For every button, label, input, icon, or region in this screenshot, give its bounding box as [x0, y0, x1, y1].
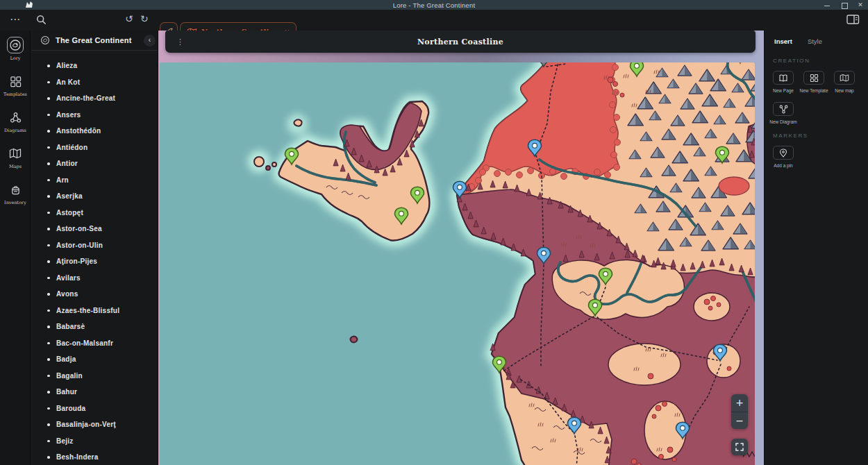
list-item[interactable]: Bagalin [31, 369, 158, 386]
rail-label: Diagrams [4, 128, 26, 133]
rail-item-lory[interactable]: Lory [0, 31, 31, 67]
window-title: Lore - The Great Continent [393, 1, 476, 9]
world-icon [40, 35, 50, 45]
list-item[interactable]: Astopęt [31, 206, 158, 223]
inventory-icon [7, 181, 24, 198]
lory-icon [7, 37, 24, 53]
zoom-out-button[interactable]: − [731, 412, 748, 430]
continent-title: The Great Continent [56, 36, 132, 44]
list-item[interactable]: Barouda [31, 402, 158, 418]
template-grid-icon [803, 71, 824, 85]
list-item[interactable]: Anstothédōn [31, 124, 158, 141]
list-item[interactable]: Avilars [31, 271, 158, 288]
new-map-button[interactable]: New map [834, 71, 855, 93]
zoom-in-button[interactable]: + [731, 394, 748, 412]
tab-style[interactable]: Style [808, 37, 822, 49]
list-item[interactable]: Azaes-the-Blissful [31, 304, 158, 321]
fullscreen-icon [735, 443, 744, 451]
new-diagram-button[interactable]: New Diagram [773, 102, 794, 124]
redo-icon[interactable]: ↻ [140, 13, 149, 24]
list-item[interactable]: Ansers [31, 108, 158, 125]
map-page: ⋮ Northern Coastline + − [158, 31, 764, 465]
map-header: ⋮ Northern Coastline [165, 31, 756, 53]
rail-item-inventory[interactable]: Inventory [0, 175, 31, 211]
rail-label: Lory [10, 56, 20, 61]
list-item[interactable]: Astor-on-Sea [31, 222, 158, 239]
list-item[interactable]: Avons [31, 287, 158, 304]
map-menu-icon[interactable]: ⋮ [176, 35, 186, 48]
list-item[interactable]: Alieza [31, 59, 158, 76]
maps-icon [7, 145, 24, 162]
list-item[interactable]: An Kot [31, 76, 158, 92]
toolbar: ⋯ ↺ ↻ Northern Coastline ✕ [0, 10, 868, 31]
undo-icon[interactable]: ↺ [125, 13, 133, 24]
close-button[interactable]: ✕ [857, 1, 864, 8]
right-panel-toggle-icon[interactable] [846, 14, 860, 25]
collapse-panel-button[interactable]: ‹ [144, 35, 156, 46]
rail-label: Inventory [4, 200, 26, 205]
list-item[interactable]: Badja [31, 353, 158, 369]
rail-label: Maps [9, 164, 22, 169]
add-pin-button[interactable]: Add a pin [773, 146, 794, 168]
map-title: Northern Coastline [417, 37, 503, 46]
maximize-button[interactable] [840, 1, 847, 8]
new-page-button[interactable]: New Page [773, 71, 794, 93]
section-markers: MARKERS [773, 133, 860, 139]
app-logo-icon [25, 1, 33, 9]
rail-item-templates[interactable]: Templates [0, 67, 31, 103]
list-item[interactable]: Besh-Indera [31, 450, 158, 465]
rail-item-maps[interactable]: Maps [0, 139, 31, 175]
map-fold-icon [834, 71, 855, 85]
list-item[interactable]: Bac-on-Malsanfr [31, 337, 158, 353]
inspector-panel: Insert Style CREATION New Page New Templ… [764, 31, 868, 465]
app-window: Lore - The Great Continent ✕ ⋯ ↺ ↻ North… [0, 0, 868, 465]
list-item[interactable]: Babarsè [31, 320, 158, 337]
explorer-header: The Great Continent ‹ [31, 31, 158, 51]
list-item[interactable]: Aserjka [31, 189, 158, 206]
list-item[interactable]: Antiédon [31, 141, 158, 158]
diagrams-icon [7, 109, 24, 126]
rail-item-diagrams[interactable]: Diagrams [0, 103, 31, 139]
rail-label: Templates [3, 92, 27, 97]
map-canvas[interactable] [160, 62, 755, 465]
list-item[interactable]: Astor-on-Ulin [31, 239, 158, 255]
fullscreen-button[interactable] [731, 439, 748, 455]
list-item[interactable]: Bahur [31, 385, 158, 402]
left-rail: Lory Templates Diagrams Maps Inventory [0, 31, 31, 465]
diagram-nodes-icon [773, 102, 794, 116]
explorer-panel: The Great Continent ‹ AliezaAn KotAncine… [31, 31, 158, 465]
list-item[interactable]: Antior [31, 157, 158, 174]
list-item[interactable]: Aţiron-Pijes [31, 255, 158, 271]
templates-icon [7, 73, 24, 90]
title-bar: Lore - The Great Continent ✕ [0, 0, 868, 10]
pin-icon [773, 146, 794, 160]
tab-insert[interactable]: Insert [774, 37, 792, 49]
zoom-control: + − [731, 394, 748, 429]
book-icon [773, 71, 794, 85]
search-icon[interactable] [36, 15, 47, 25]
minimize-button[interactable] [824, 1, 831, 8]
list-item[interactable]: Basalinja-on-Verţ [31, 418, 158, 434]
overflow-menu-icon[interactable]: ⋯ [10, 14, 21, 25]
new-template-button[interactable]: New Template [803, 71, 824, 93]
section-creation: CREATION [773, 58, 860, 64]
list-item[interactable]: Bejiz [31, 434, 158, 451]
list-item[interactable]: Arn [31, 174, 158, 190]
list-item[interactable]: Ancine-the-Great [31, 92, 158, 108]
place-list: AliezaAn KotAncine-the-GreatAnsersAnstot… [31, 51, 158, 465]
